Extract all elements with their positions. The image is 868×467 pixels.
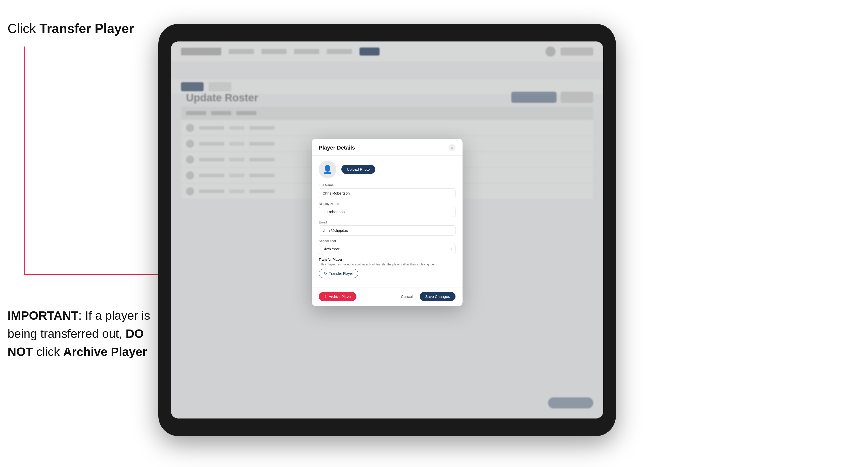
modal-body: 👤 Upload Photo Full Name Display Name xyxy=(312,156,463,288)
avatar: 👤 xyxy=(319,161,336,178)
modal-title: Player Details xyxy=(319,145,355,151)
instruction-prefix: Click xyxy=(7,21,39,36)
full-name-group: Full Name xyxy=(319,183,456,198)
tablet-device: Update Roster xyxy=(158,24,616,436)
instruction-important: IMPORTANT xyxy=(7,309,79,322)
modal-header: Player Details × xyxy=(312,139,463,156)
instruction-highlight: Transfer Player xyxy=(39,21,134,36)
app-background: Update Roster xyxy=(171,41,603,418)
tablet-screen: Update Roster xyxy=(171,41,603,418)
player-details-modal: Player Details × 👤 Upload Photo xyxy=(312,139,463,306)
instruction-archive-ref: Archive Player xyxy=(63,345,147,359)
transfer-description: If this player has moved to another scho… xyxy=(319,262,456,267)
modal-close-button[interactable]: × xyxy=(448,144,456,151)
display-name-input[interactable] xyxy=(319,207,456,217)
upload-photo-button[interactable]: Upload Photo xyxy=(341,165,375,174)
transfer-section-label: Transfer Player xyxy=(319,258,456,261)
school-year-group: School Year First Year Second Year Third… xyxy=(319,239,456,254)
avatar-icon: 👤 xyxy=(322,165,333,174)
archive-button-label: Archive Player xyxy=(329,294,351,299)
instruction-top: Click Transfer Player xyxy=(7,20,134,37)
transfer-player-button[interactable]: ↻ Transfer Player xyxy=(319,269,358,278)
display-name-group: Display Name xyxy=(319,202,456,217)
transfer-icon: ↻ xyxy=(324,272,327,276)
school-year-select[interactable]: First Year Second Year Third Year Fourth… xyxy=(319,244,456,254)
transfer-button-label: Transfer Player xyxy=(329,272,353,276)
modal-overlay: Player Details × 👤 Upload Photo xyxy=(171,41,603,418)
archive-icon: ⇧ xyxy=(324,294,327,299)
email-input[interactable] xyxy=(319,225,456,236)
display-name-label: Display Name xyxy=(319,202,456,206)
arrow-vertical xyxy=(24,46,25,275)
school-year-select-wrapper: First Year Second Year Third Year Fourth… xyxy=(319,244,456,254)
email-group: Email xyxy=(319,220,456,236)
full-name-input[interactable] xyxy=(319,188,456,198)
email-label: Email xyxy=(319,220,456,224)
cancel-button[interactable]: Cancel xyxy=(397,292,417,301)
modal-footer: ⇧ Archive Player Cancel Save Changes xyxy=(312,287,463,306)
school-year-label: School Year xyxy=(319,239,456,243)
transfer-section: Transfer Player If this player has moved… xyxy=(319,258,456,278)
save-changes-button[interactable]: Save Changes xyxy=(420,292,456,301)
instruction-bottom: IMPORTANT: If a player is being transfer… xyxy=(7,307,153,361)
archive-player-button[interactable]: ⇧ Archive Player xyxy=(319,292,356,301)
avatar-row: 👤 Upload Photo xyxy=(319,161,456,178)
full-name-label: Full Name xyxy=(319,183,456,187)
